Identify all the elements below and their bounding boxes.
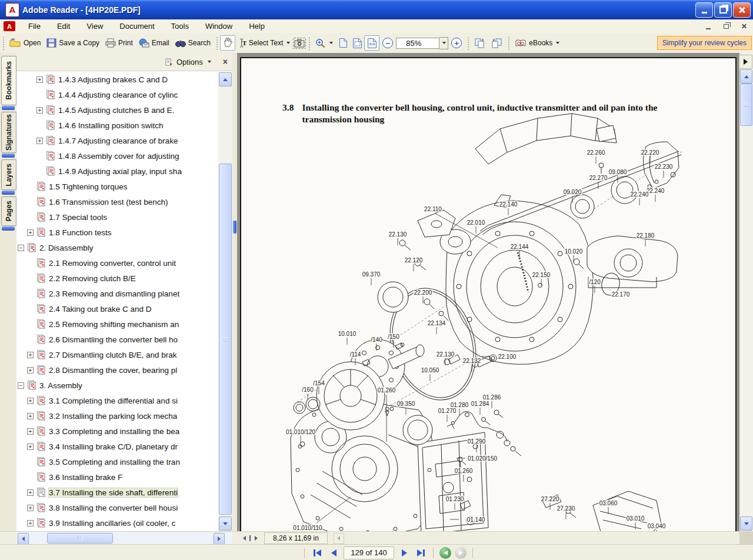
bookmark-label[interactable]: 3.3 Completing and installing the bea bbox=[49, 427, 179, 436]
bookmark-expander[interactable]: − bbox=[18, 245, 24, 251]
bookmark-item[interactable]: 3.5 Completing and installing the tran bbox=[16, 454, 218, 469]
bookmark-item[interactable]: 2.4 Taking out brake C and D bbox=[16, 301, 218, 316]
bookmark-label[interactable]: 1.4.7 Adjusting clearance of brake bbox=[58, 136, 178, 145]
bookmark-label[interactable]: 2.4 Taking out brake C and D bbox=[49, 305, 152, 314]
bookmark-label[interactable]: 3.9 Installing ancillaries (oil cooler, … bbox=[49, 519, 175, 528]
hscroll-right-button[interactable] bbox=[214, 533, 225, 545]
bookmark-item[interactable]: +1.4.5 Adjusting clutches B and E. bbox=[16, 102, 218, 118]
bookmark-expander[interactable]: + bbox=[36, 76, 43, 83]
bookmark-label[interactable]: 2.8 Dismantling the cover, bearing pl bbox=[49, 366, 177, 375]
options-label[interactable]: Options bbox=[176, 58, 203, 66]
bookmark-item[interactable]: +1.4.7 Adjusting clearance of brake bbox=[16, 133, 218, 148]
open-button[interactable]: Open bbox=[6, 36, 44, 49]
bookmark-item[interactable]: −3. Assembly bbox=[16, 378, 218, 393]
first-page-button[interactable] bbox=[311, 547, 324, 559]
bookmark-item[interactable]: 1.4.6 Installing position switch bbox=[16, 118, 218, 133]
bookmark-item[interactable]: 2.3 Removing and dismantling planet bbox=[16, 286, 218, 301]
bookmark-label[interactable]: 3.1 Completing the differential and si bbox=[49, 396, 178, 405]
bookmark-label[interactable]: 2. Disassembly bbox=[39, 244, 94, 252]
previous-page-button[interactable] bbox=[327, 547, 340, 559]
bookmark-label[interactable]: 3.5 Completing and installing the tran bbox=[49, 458, 180, 466]
bookmarks-vertical-scrollbar[interactable] bbox=[218, 72, 232, 531]
select-text-dropdown-arrow[interactable] bbox=[286, 42, 290, 44]
email-button[interactable]: Email bbox=[136, 36, 172, 49]
menu-window[interactable]: Window bbox=[197, 21, 241, 32]
bookmark-label[interactable]: 2.7 Dismantling clutch B/E, and brak bbox=[49, 351, 177, 359]
bookmark-item[interactable]: +3.4 Installing brake C/D, planetary dr bbox=[16, 439, 218, 454]
options-dropdown-arrow[interactable] bbox=[208, 61, 211, 63]
bookmark-item[interactable]: 1.4.8 Assembly cover for adjusting bbox=[16, 148, 218, 164]
close-button[interactable] bbox=[733, 2, 751, 18]
bookmark-item[interactable]: +3.9 Installing ancillaries (oil cooler,… bbox=[16, 515, 218, 531]
tab-layers[interactable]: Layers bbox=[1, 159, 16, 190]
bookmark-expander[interactable]: + bbox=[27, 428, 34, 435]
doc-scroll-up-button[interactable] bbox=[740, 69, 752, 84]
menu-edit[interactable]: Edit bbox=[49, 21, 78, 32]
tab-grip[interactable] bbox=[2, 154, 15, 158]
zoom-level-dropdown[interactable] bbox=[439, 37, 448, 49]
doc-minimize-button[interactable] bbox=[704, 22, 713, 31]
ebooks-dropdown-arrow[interactable] bbox=[556, 42, 559, 44]
bookmark-label[interactable]: 1.4.6 Installing position switch bbox=[58, 121, 164, 130]
bookmark-label[interactable]: 1.4.3 Adjusting brakes C and D bbox=[58, 75, 168, 84]
snapshot-tool-button[interactable] bbox=[293, 38, 306, 49]
bookmark-label[interactable]: 1.7 Special tools bbox=[49, 213, 107, 222]
bookmark-item[interactable]: 1.5 Tightening torques bbox=[16, 179, 218, 194]
select-text-button[interactable]: T Select Text bbox=[235, 36, 293, 49]
bookmark-item[interactable]: −2. Disassembly bbox=[16, 240, 218, 255]
doc-restore-button[interactable] bbox=[721, 22, 731, 31]
bookmark-item[interactable]: 3.6 Installing brake F bbox=[16, 469, 218, 485]
bookmark-expander[interactable]: + bbox=[36, 138, 43, 144]
menu-document[interactable]: Document bbox=[111, 21, 162, 32]
next-view-button[interactable] bbox=[455, 547, 467, 559]
bookmark-label[interactable]: 2.1 Removing converter, control unit bbox=[49, 259, 176, 268]
bookmark-expander[interactable]: + bbox=[27, 413, 34, 419]
tab-signatures[interactable]: Signatures bbox=[1, 112, 16, 153]
bookmark-item[interactable]: 1.4.4 Adjusting clearance of cylinc bbox=[16, 87, 218, 102]
bookmark-expander[interactable]: − bbox=[18, 382, 24, 389]
bookmark-label[interactable]: 2.6 Dismantling the converter bell ho bbox=[49, 335, 178, 344]
toolbar-grip[interactable] bbox=[507, 36, 510, 50]
bookmark-item[interactable]: 2.2 Removing clutch B/E bbox=[16, 271, 218, 286]
toolbar-grip[interactable] bbox=[2, 36, 5, 50]
hscroll-left-button[interactable] bbox=[18, 533, 29, 545]
doc-scroll-thumb[interactable] bbox=[740, 84, 752, 126]
actual-size-button[interactable] bbox=[336, 36, 350, 50]
bookmark-label[interactable]: 1.8 Function tests bbox=[49, 228, 112, 237]
zoom-in-button[interactable]: + bbox=[448, 36, 465, 50]
bookmark-expander[interactable]: + bbox=[27, 444, 34, 450]
bookmark-label[interactable]: 2.2 Removing clutch B/E bbox=[49, 274, 136, 283]
tab-grip[interactable] bbox=[2, 226, 15, 231]
bookmark-label[interactable]: 3.2 Installing the parking lock mecha bbox=[49, 412, 177, 421]
bookmark-item[interactable]: 1.4.9 Adjusting axial play, input sha bbox=[16, 164, 218, 179]
bookmark-expander[interactable]: + bbox=[27, 398, 34, 404]
menu-view[interactable]: View bbox=[78, 21, 111, 32]
next-page-button[interactable] bbox=[398, 547, 411, 559]
bookmark-item[interactable]: +2.7 Dismantling clutch B/E, and brak bbox=[16, 347, 218, 362]
print-button[interactable]: Print bbox=[102, 36, 136, 49]
toolbar-grip[interactable] bbox=[467, 36, 469, 50]
bookmark-item[interactable]: +3.8 Installing the converter bell housi bbox=[16, 500, 218, 515]
bookmark-label[interactable]: 2.3 Removing and dismantling planet bbox=[49, 289, 179, 298]
toolbar-overflow-button[interactable] bbox=[739, 55, 752, 69]
tab-pages[interactable]: Pages bbox=[1, 196, 16, 226]
zoom-out-button[interactable]: − bbox=[379, 36, 396, 50]
bookmark-label[interactable]: 1.4.5 Adjusting clutches B and E. bbox=[58, 106, 174, 115]
scroll-thumb[interactable] bbox=[219, 164, 232, 515]
minimize-button[interactable] bbox=[695, 2, 713, 18]
menu-file[interactable]: File bbox=[20, 21, 49, 32]
bookmark-item[interactable]: +3.2 Installing the parking lock mecha bbox=[16, 408, 218, 424]
save-a-copy-button[interactable]: Save a Copy bbox=[44, 36, 102, 49]
bookmark-item[interactable]: 2.5 Removing shifting mechanism an bbox=[16, 316, 218, 332]
bookmark-label[interactable]: 1.6 Transmission test (test bench) bbox=[49, 198, 168, 206]
zoom-in-tool-button[interactable] bbox=[312, 36, 336, 50]
bookmark-expander[interactable]: + bbox=[36, 107, 43, 114]
bookmark-expander[interactable]: + bbox=[27, 229, 34, 236]
last-page-button[interactable] bbox=[414, 547, 427, 559]
bookmark-label[interactable]: 3.6 Installing brake F bbox=[49, 473, 122, 482]
splitter-grip[interactable] bbox=[233, 221, 236, 234]
bookmark-expander[interactable]: + bbox=[27, 489, 34, 496]
bookmark-item[interactable]: 1.7 Special tools bbox=[16, 209, 218, 225]
bookmark-expander[interactable]: + bbox=[27, 352, 34, 358]
bookmark-item[interactable]: 2.6 Dismantling the converter bell ho bbox=[16, 332, 218, 347]
